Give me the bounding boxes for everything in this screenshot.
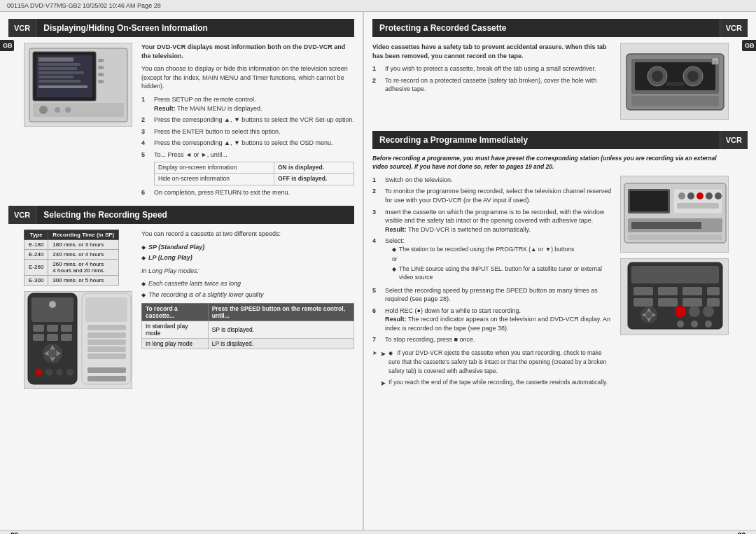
right-section1-header: Protecting a Recorded Cassette VCR [372,19,748,37]
page-header: 00115A DVD-V77MS-GB2 10/25/02 10:46 AM P… [0,0,756,12]
svg-rect-39 [88,325,126,330]
svg-point-62 [687,192,694,199]
svg-rect-26 [61,334,72,341]
remote2-svg [621,259,729,332]
step-5: 5 To... Press ◄ or ►, until... Display o… [141,150,354,185]
bullet-sp: SP (Standard Play) [141,243,354,252]
svg-point-16 [55,107,60,113]
remote2-image [620,258,729,335]
section1-header: VCR Displaying/Hiding On-Screen Informat… [8,19,354,37]
svg-rect-41 [88,339,126,345]
header-text: 00115A DVD-V77MS-GB2 10/25/02 10:46 AM P… [7,2,161,9]
svg-point-87 [689,306,700,317]
svg-rect-42 [88,346,126,352]
remote-image [24,291,132,389]
svg-rect-69 [628,234,722,240]
sub-bullet-1: The station to be recorded using the PRO… [392,246,615,254]
r-step-7: 7 To stop recording, press ■ once. [372,335,615,344]
svg-rect-78 [682,298,702,307]
svg-point-32 [48,349,57,358]
intro-bold: Your DVD-VCR displays most information b… [141,43,345,59]
section2-title: Selecting the Recording Speed [36,210,354,220]
or-text: or [392,255,615,264]
section1-intro: Your DVD-VCR displays most information b… [141,43,354,60]
svg-point-52 [687,71,699,82]
remote-svg [24,292,133,390]
sub-bullet-2: The LINE source using the INPUT SEL. but… [392,265,615,282]
speed-left-col: Type Recording Time (in SP) E-180 180 mi… [24,230,136,389]
svg-rect-73 [658,287,678,295]
cross-ref-1: ➤ If your DVD-VCR ejects the cassette wh… [380,349,615,376]
intro-normal: You can choose to display or hide this i… [141,65,348,90]
gb-badge-right: GB [742,40,756,51]
speed-bullets: SP (Standard Play) LP (Long Play) [141,243,354,262]
svg-rect-44 [88,367,126,373]
svg-rect-77 [658,298,678,307]
svg-point-33 [35,369,42,376]
svg-point-91 [705,321,712,328]
svg-rect-54 [631,96,719,106]
svg-rect-40 [88,332,126,338]
svg-point-50 [652,71,663,82]
svg-rect-6 [38,71,84,74]
step-4: 4 Press the corresponding ▲, ▼ buttons t… [141,139,354,148]
svg-rect-3 [38,57,74,62]
svg-text:T: T [714,60,717,64]
left-page: GB VCR Displaying/Hiding On-Screen Infor… [0,12,364,530]
dvd-vcr-image [620,176,729,253]
svg-rect-43 [88,353,126,359]
device-svg [26,45,131,125]
r-step-4: 4 Select: The station to be recorded usi… [372,237,615,283]
vcr-badge-right1: VCR [720,19,748,37]
svg-rect-4 [38,63,80,66]
vcr-badge-s2: VCR [8,206,36,224]
right-page: GB Protecting a Recorded Cassette VCR Vi… [364,12,756,530]
svg-point-35 [56,369,63,376]
page-numbers: 28 29 [0,530,756,534]
r-step-3: 3 Insert the cassette on which the progr… [372,208,615,234]
svg-rect-13 [98,80,104,83]
speed-intro: You can record a cassette at two differe… [141,230,354,239]
svg-rect-7 [38,76,74,78]
r-step-2: 2 To monitor the programme being recorde… [372,187,615,204]
svg-point-20 [49,301,56,308]
svg-point-36 [66,369,74,376]
right-s2-steps-col: 1 Switch on the television. 2 To monitor… [372,176,615,392]
step-3: 3 Press the ENTER button to select this … [141,127,354,136]
speed-table: Type Recording Time (in SP) E-180 180 mi… [24,230,119,286]
svg-rect-75 [707,287,720,295]
right-section1-title: Protecting a Recorded Cassette [372,23,720,33]
svg-point-15 [39,106,48,114]
gb-badge-left: GB [0,40,14,51]
svg-rect-72 [634,287,653,295]
svg-rect-53 [666,82,684,86]
r-step-5: 5 Select the recording speed by pressing… [372,286,615,304]
bullet-lasts: Each cassette lasts twice as long [141,279,354,288]
svg-rect-11 [98,66,104,69]
svg-rect-25 [47,334,58,341]
r-step-6: 6 Hold REC (●) down for a while to start… [372,307,615,333]
right-section2-container: Recording a Programme Immediately VCR Be… [372,131,732,392]
svg-rect-21 [33,325,44,332]
section2-container: VCR Selecting the Recording Speed Type R… [24,206,354,389]
svg-rect-8 [38,80,80,83]
right-section2-title: Recording a Programme Immediately [372,135,720,145]
svg-rect-76 [634,298,653,307]
svg-point-86 [675,306,686,317]
osd-table: Display on-screen information ON is disp… [154,162,354,186]
svg-rect-24 [33,334,44,341]
svg-point-85 [645,311,652,318]
vcr-badge-right2: VCR [720,131,748,149]
right-s2-steps: 1 Switch on the television. 2 To monitor… [372,176,615,344]
bullet-lp: LP (Long Play) [141,253,354,262]
speed-right-col: You can record a cassette at two differe… [141,230,354,389]
svg-rect-79 [707,298,720,307]
svg-rect-74 [682,287,702,295]
cross-references: ➤ If your DVD-VCR ejects the cassette wh… [372,349,615,391]
right-step-1: 1 If you wish to protect a cassette, bre… [372,64,615,73]
cross-ref-2: ➤ If you reach the end of the tape while… [380,378,615,388]
r-step-1: 1 Switch on the television. [372,176,615,185]
section1-steps: 1 Press SETUP on the remote control. Res… [141,95,354,197]
svg-rect-38 [85,297,127,322]
svg-rect-5 [38,67,77,70]
